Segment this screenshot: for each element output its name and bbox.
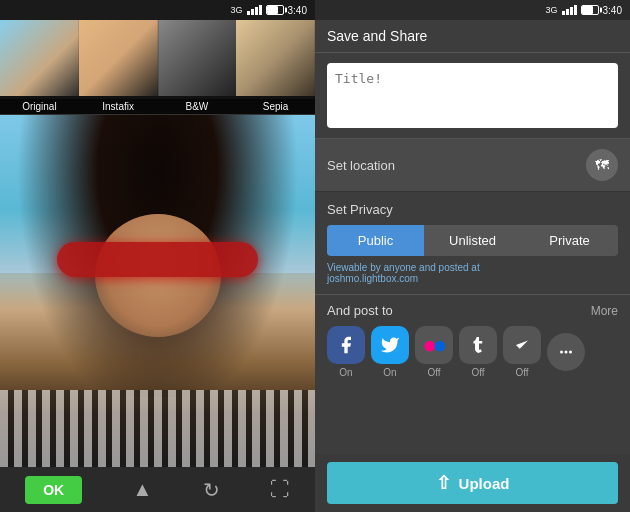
filter-sepia-label: Sepia	[236, 99, 315, 114]
social-twitter[interactable]: On	[371, 326, 409, 378]
share-icon[interactable]: ▲	[132, 478, 152, 501]
svg-point-0	[565, 351, 568, 354]
panel-title: Save and Share	[327, 28, 427, 44]
right-panel: 3G 3:40 Save and Share Set location 🗺	[315, 0, 630, 512]
signal-bar-r2	[566, 9, 569, 15]
social-facebook[interactable]: On	[327, 326, 365, 378]
rotate-icon[interactable]: ↻	[203, 478, 220, 502]
signal-bar-1	[247, 11, 250, 15]
signal-bars	[247, 5, 262, 15]
check-icon	[503, 326, 541, 364]
status-bar-right: 3G 3:40	[315, 0, 630, 20]
main-photo	[0, 115, 315, 467]
signal-bar-2	[251, 9, 254, 15]
privacy-private-button[interactable]: Private	[521, 225, 618, 256]
set-location-row: Set location 🗺	[315, 138, 630, 192]
upload-btn-row: ⇧ Upload	[315, 454, 630, 512]
crop-icon[interactable]: ⛶	[270, 478, 290, 501]
left-panel: 3G 3:40 Original Instafix B&W Sepia	[0, 0, 315, 512]
filter-sepia-thumb	[236, 20, 315, 96]
facebook-icon	[327, 326, 365, 364]
upload-icon: ⇧	[436, 472, 451, 494]
network-label: 3G	[231, 5, 243, 15]
photo-glasses	[57, 242, 259, 277]
time-right: 3:40	[603, 5, 622, 16]
filter-instafix-thumb	[79, 20, 158, 96]
filter-original-thumb	[0, 20, 79, 96]
filter-bw[interactable]: B&W	[158, 20, 237, 114]
more-label: More	[591, 304, 618, 318]
check-status: Off	[515, 367, 528, 378]
filter-original[interactable]: Original	[0, 20, 79, 114]
privacy-unlisted-button[interactable]: Unlisted	[424, 225, 521, 256]
social-tumblr[interactable]: Off	[459, 326, 497, 378]
privacy-section: Set Privacy Public Unlisted Private View…	[315, 192, 630, 294]
social-flickr[interactable]: ⬤⬤ Off	[415, 326, 453, 378]
battery-icon-right	[581, 5, 599, 15]
and-post-to-label: And post to	[327, 303, 393, 318]
twitter-icon	[371, 326, 409, 364]
upload-label: Upload	[459, 475, 510, 492]
social-check[interactable]: Off	[503, 326, 541, 378]
panel-header: Save and Share	[315, 20, 630, 53]
tumblr-icon	[459, 326, 497, 364]
filter-strip: Original Instafix B&W Sepia	[0, 20, 315, 115]
signal-bar-4	[259, 5, 262, 15]
filter-sepia[interactable]: Sepia	[236, 20, 315, 114]
location-icon-button[interactable]: 🗺	[586, 149, 618, 181]
svg-point-2	[569, 351, 572, 354]
privacy-buttons: Public Unlisted Private	[327, 225, 618, 256]
bottom-toolbar: OK ▲ ↻ ⛶	[0, 467, 315, 512]
filter-instafix[interactable]: Instafix	[79, 20, 158, 114]
filter-instafix-label: Instafix	[79, 99, 158, 114]
post-to-section: And post to More On On	[315, 294, 630, 386]
privacy-public-button[interactable]: Public	[327, 225, 424, 256]
upload-button[interactable]: ⇧ Upload	[327, 462, 618, 504]
signal-bar-r3	[570, 7, 573, 15]
time-left: 3:40	[288, 5, 307, 16]
title-input[interactable]	[327, 63, 618, 128]
network-label-right: 3G	[546, 5, 558, 15]
svg-point-1	[560, 351, 563, 354]
signal-bar-3	[255, 7, 258, 15]
post-to-header: And post to More	[327, 303, 618, 318]
privacy-label: Set Privacy	[327, 202, 618, 217]
more-icon	[547, 333, 585, 371]
photo-shirt	[0, 390, 315, 467]
privacy-info: Viewable by anyone and posted atjoshmo.l…	[327, 262, 618, 284]
signal-bar-r4	[574, 5, 577, 15]
title-input-area	[327, 63, 618, 128]
social-icons-row: On On ⬤⬤ Off	[327, 326, 618, 378]
facebook-status: On	[339, 367, 352, 378]
twitter-status: On	[383, 367, 396, 378]
ok-button[interactable]: OK	[25, 476, 82, 504]
tumblr-status: Off	[471, 367, 484, 378]
filter-bw-label: B&W	[158, 99, 237, 114]
save-share-content: Set location 🗺 Set Privacy Public Unlist…	[315, 53, 630, 454]
filter-bw-thumb	[158, 20, 237, 96]
filter-original-label: Original	[0, 99, 79, 114]
battery-icon	[266, 5, 284, 15]
signal-bars-right	[562, 5, 577, 15]
flickr-icon: ⬤⬤	[415, 326, 453, 364]
flickr-status: Off	[427, 367, 440, 378]
set-location-label: Set location	[327, 158, 395, 173]
status-bar-left: 3G 3:40	[0, 0, 315, 20]
more-social[interactable]	[547, 333, 585, 371]
location-pin-icon: 🗺	[595, 157, 609, 173]
signal-bar-r1	[562, 11, 565, 15]
